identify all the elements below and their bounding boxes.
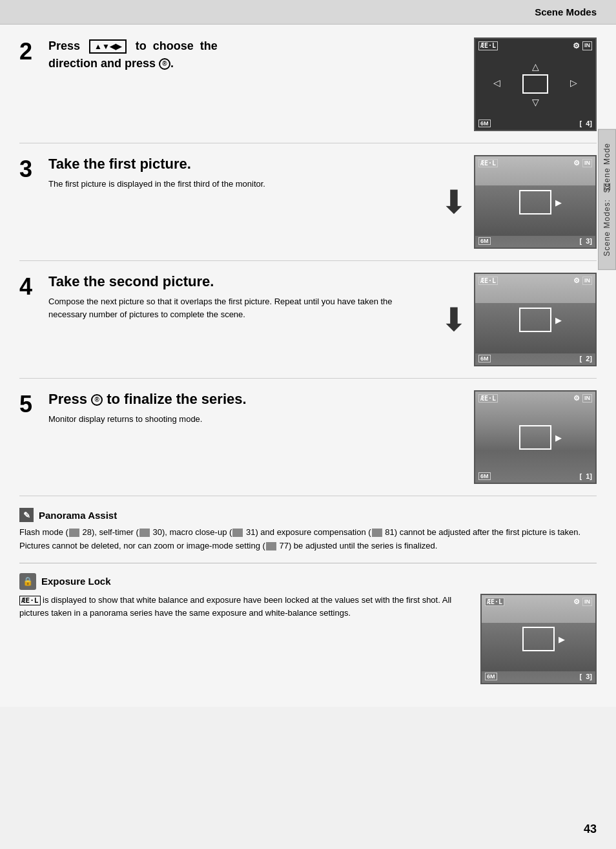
download-arrow-4: ⬇ xyxy=(440,304,467,336)
step-4-arrow: ⬇ xyxy=(440,304,467,336)
divider-1 xyxy=(19,563,597,563)
bracket-3: ▶ xyxy=(519,190,551,215)
dpad-up: △ xyxy=(532,61,539,72)
bracket-el: ▶ xyxy=(522,627,555,651)
el-bottom-bar: 6M [ 3] xyxy=(482,673,595,680)
top-icons-el: ⚙ IN xyxy=(573,598,592,606)
step-4-number: 4 xyxy=(19,273,48,299)
step-4-bottom-bar: 6M [ 2] xyxy=(475,355,595,362)
in-icon: IN xyxy=(582,41,592,50)
ok-button-icon: ® xyxy=(159,58,170,70)
exposure-lock-camera-screen: ÆE·L ⚙ IN ▶ 6M [ 3] xyxy=(480,594,597,684)
step-3-media: ⬇ ÆE·L ⚙ IN ▶ 6M xyxy=(440,155,597,249)
bracket-arrow-4: ▶ xyxy=(555,315,562,324)
page-header: Scene Modes xyxy=(0,0,616,25)
settings-icon-3: ⚙ xyxy=(573,159,580,167)
main-content: 2 Press ▲▼◀▶ to choose the direction and… xyxy=(0,25,616,707)
step-3-camera-screen: ÆE·L ⚙ IN ▶ 6M [ 3] xyxy=(474,155,597,249)
step-4-body: Take the second picture. Compose the nex… xyxy=(48,273,440,322)
bottom-right-counter-s2: [ 4] xyxy=(579,120,592,127)
counter-5: [ 1] xyxy=(579,472,592,480)
step-3-desc: The first picture is displayed in the fi… xyxy=(48,178,431,191)
settings-icon-5: ⚙ xyxy=(573,394,580,403)
bracket-arrow-3: ▶ xyxy=(555,197,562,207)
download-arrow-3: ⬇ xyxy=(440,186,467,218)
step-4-media: ⬇ ÆE·L ⚙ IN ▶ 6M xyxy=(440,273,597,366)
settings-icon: ⚙ xyxy=(573,41,580,50)
wb-lock-label-3: ÆE·L xyxy=(478,159,498,167)
step-3-body: Take the first picture. The first pictur… xyxy=(48,155,440,191)
counter-3: [ 3] xyxy=(579,237,592,245)
ref-31 xyxy=(232,529,243,537)
step-5-number: 5 xyxy=(19,390,48,416)
in-icon-3: IN xyxy=(582,159,592,167)
top-icons-4: ⚙ IN xyxy=(573,277,592,285)
counter-el: [ 3] xyxy=(579,673,592,680)
wb-lock-label-4: ÆE·L xyxy=(478,277,498,285)
bracket-5: ▶ xyxy=(519,425,551,450)
step-3-bottom-bar: 6M [ 3] xyxy=(475,237,595,245)
bottom-left-icon-s2: 6M xyxy=(478,120,491,127)
step-4-desc: Compose the next picture so that it over… xyxy=(48,295,431,322)
top-icons-3: ⚙ IN xyxy=(573,159,592,167)
panorama-assist-text: Flash mode ( 28), self-timer ( 30), macr… xyxy=(19,526,597,553)
step-5-body: Press ® to finalize the series. Monitor … xyxy=(48,390,474,426)
bracket-arrow-el: ▶ xyxy=(559,634,565,644)
bracket-4: ▶ xyxy=(519,308,551,332)
in-icon-el: IN xyxy=(582,598,592,606)
exposure-lock-para: ÆE·L is displayed to show that white bal… xyxy=(19,594,467,621)
step-4-camera-screen: ÆE·L ⚙ IN ▶ 6M [ 2] xyxy=(474,273,597,366)
ae-lock-symbol: ÆE·L xyxy=(19,596,41,605)
bottom-6m-3: 6M xyxy=(478,237,491,245)
step-2-row: 2 Press ▲▼◀▶ to choose the direction and… xyxy=(19,37,597,143)
step-2-media: ÆE·L ⚙ IN △ ◁ ▷ ▽ 6M [ 4] xyxy=(474,37,597,131)
step-3-title: Take the first picture. xyxy=(48,155,431,174)
step-2-title: Press ▲▼◀▶ to choose the direction and p… xyxy=(48,37,464,72)
in-icon-5: IN xyxy=(582,394,592,403)
step-5-bottom-bar: 6M [ 1] xyxy=(475,472,595,480)
exposure-lock-title: Exposure Lock xyxy=(41,576,111,587)
wb-lock-label-5: ÆE·L xyxy=(478,394,498,403)
step-3-row: 3 Take the first picture. The first pict… xyxy=(19,155,597,261)
step-5-desc: Monitor display returns to shooting mode… xyxy=(48,413,464,426)
side-tab: Scene Modes: 囧 Scene Mode xyxy=(598,129,616,270)
step-5-title: Press ® to finalize the series. xyxy=(48,390,464,409)
counter-4: [ 2] xyxy=(579,355,592,362)
step-5-media: ÆE·L ⚙ IN ▶ 6M [ 1] xyxy=(474,390,597,484)
step-4-top-bar: ÆE·L ⚙ IN xyxy=(475,277,595,285)
exposure-lock-icon: 🔒 xyxy=(19,573,36,590)
bottom-6m-5: 6M xyxy=(478,472,491,480)
nav-arrows-icon: ▲▼◀▶ xyxy=(89,39,127,54)
dpad-left: ◁ xyxy=(493,78,500,88)
header-title: Scene Modes xyxy=(535,6,597,17)
exposure-lock-section: 🔒 Exposure Lock ÆE·L is displayed to sho… xyxy=(19,573,597,684)
step-2-camera-screen: ÆE·L ⚙ IN △ ◁ ▷ ▽ 6M [ 4] xyxy=(474,37,597,131)
el-top-bar: ÆE·L ⚙ IN xyxy=(482,598,595,606)
panorama-assist-header: ✎ Panorama Assist xyxy=(19,508,597,522)
step-3-top-bar: ÆE·L ⚙ IN xyxy=(475,159,595,167)
step-5-row: 5 Press ® to finalize the series. Monito… xyxy=(19,390,597,496)
settings-icon-4: ⚙ xyxy=(573,277,580,285)
ref-77 xyxy=(266,542,276,550)
pencil-note-icon: ✎ xyxy=(19,508,34,522)
ok-icon-5: ® xyxy=(91,394,103,406)
bracket-arrow-5: ▶ xyxy=(555,432,562,442)
wb-lock-el: ÆE·L xyxy=(485,598,504,606)
step-3-number: 3 xyxy=(19,155,48,181)
panorama-assist-title: Panorama Assist xyxy=(39,510,117,521)
center-bracket-step2 xyxy=(522,74,548,94)
bottom-6m-el: 6M xyxy=(485,673,497,680)
dpad-down: ▽ xyxy=(532,97,539,107)
step-4-title: Take the second picture. xyxy=(48,273,431,291)
step-4-row: 4 Take the second picture. Compose the n… xyxy=(19,273,597,379)
step-3-arrow: ⬇ xyxy=(440,186,467,218)
step-5-camera-screen: ÆE·L ⚙ IN ▶ 6M [ 1] xyxy=(474,390,597,484)
bottom-6m-4: 6M xyxy=(478,355,491,362)
dpad-right: ▷ xyxy=(570,78,577,88)
top-icons-5: ⚙ IN xyxy=(573,394,592,403)
settings-icon-el: ⚙ xyxy=(573,598,580,606)
wb-lock-label: ÆE·L xyxy=(478,41,498,50)
ref-30 xyxy=(139,529,150,537)
step-2-body: Press ▲▼◀▶ to choose the direction and p… xyxy=(48,37,474,72)
page-number: 43 xyxy=(584,823,597,836)
